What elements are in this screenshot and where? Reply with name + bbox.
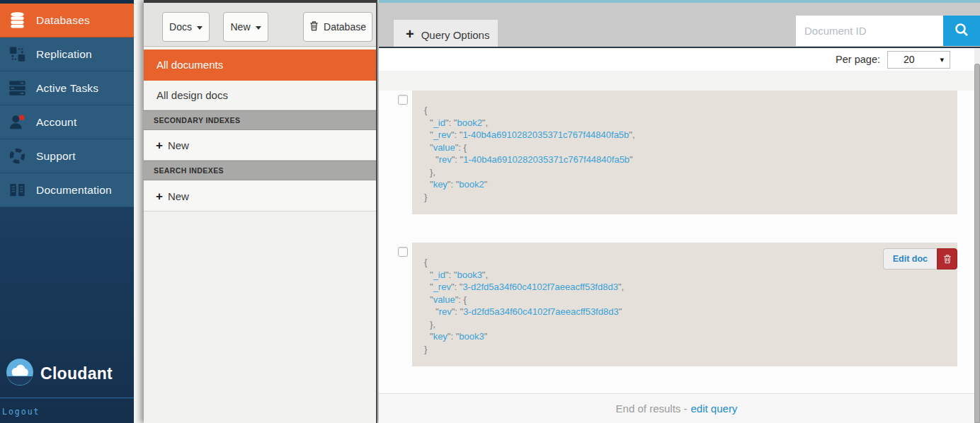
per-page-row: Per page: 20 ▾	[379, 48, 974, 71]
edit-doc-button[interactable]: Edit doc	[883, 248, 937, 270]
document-actions: Edit doc	[883, 248, 957, 270]
active-tasks-icon	[8, 79, 27, 98]
chevron-down-icon	[256, 26, 261, 30]
sidebar: Databases Replication	[0, 0, 134, 423]
sidebar-item-all-documents[interactable]: All documents	[144, 50, 376, 81]
document-card[interactable]: {"_id": "book3","_rev": "3-d2fd5a34f60c4…	[412, 243, 957, 366]
cloudant-logo-icon	[6, 358, 34, 389]
logout-link[interactable]: Logout	[2, 407, 40, 417]
trash-icon	[943, 254, 952, 264]
secondary-indexes-header: SECONDARY INDEXES	[144, 110, 376, 130]
delete-database-button[interactable]: Database	[303, 12, 372, 42]
sidebar-item-label: Support	[36, 150, 76, 163]
docs-panel-toolbar: Docs New Database	[144, 3, 376, 47]
chevron-down-icon: ▾	[940, 55, 944, 64]
documentation-icon	[8, 180, 27, 199]
document-checkbox[interactable]	[398, 95, 408, 105]
brand-name: Cloudant	[40, 364, 113, 383]
sidebar-item-label: Replication	[36, 48, 92, 61]
per-page-select[interactable]: 20 ▾	[887, 51, 950, 69]
document-checkbox[interactable]	[398, 247, 408, 257]
sidebar-item-replication[interactable]: Replication	[0, 37, 134, 71]
sidebar-item-documentation[interactable]: Documentation	[0, 173, 134, 207]
document-card[interactable]: {"_id": "book2","_rev": "1-40b4a69102820…	[412, 91, 957, 214]
account-icon	[8, 112, 27, 132]
per-page-label: Per page:	[836, 54, 880, 65]
query-options-tab[interactable]: + Query Options	[394, 20, 498, 50]
scrollbar-thumb[interactable]	[974, 64, 980, 423]
sidebar-item-all-design-docs[interactable]: All design docs	[144, 81, 376, 110]
sidebar-item-label: Active Tasks	[36, 82, 98, 95]
sidebar-item-support[interactable]: Support	[0, 139, 134, 173]
results-footer: End of results - edit query	[379, 393, 974, 423]
plus-icon: +	[156, 190, 163, 203]
sidebar-item-databases[interactable]: Databases	[0, 4, 134, 37]
plus-icon: +	[156, 139, 163, 152]
content-top-band	[379, 71, 974, 91]
document-id-search-input[interactable]	[796, 16, 943, 46]
sidebar-item-active-tasks[interactable]: Active Tasks	[0, 71, 134, 105]
support-icon	[8, 146, 27, 166]
search-button[interactable]	[943, 16, 980, 46]
search-indexes-header: SEARCH INDEXES	[144, 161, 376, 180]
chevron-down-icon	[197, 26, 203, 30]
new-search-index-button[interactable]: +New	[144, 181, 376, 212]
plus-icon: +	[406, 26, 414, 42]
sidebar-footer: Cloudant Logout	[0, 354, 134, 423]
sidebar-item-account[interactable]: Account	[0, 105, 134, 139]
vertical-scrollbar	[974, 48, 980, 423]
search-icon	[954, 22, 969, 40]
sidebar-nav: Databases Replication	[0, 4, 134, 207]
new-dropdown-button[interactable]: New	[223, 12, 268, 42]
sidebar-item-label: Account	[36, 116, 76, 129]
footer-divider	[0, 398, 134, 398]
sidebar-item-label: Databases	[36, 14, 90, 27]
main-content: + Query Options Per page: 20 ▾ {"_id": "…	[379, 0, 980, 423]
sidebar-item-label: Documentation	[36, 184, 112, 197]
end-of-results-text: End of results -	[616, 402, 688, 415]
edit-query-link[interactable]: edit query	[691, 402, 738, 415]
new-secondary-index-button[interactable]: +New	[144, 130, 376, 161]
databases-icon	[8, 11, 27, 30]
replication-icon	[8, 45, 27, 64]
delete-doc-button[interactable]	[937, 248, 957, 270]
docs-panel: Docs New Database All documents All desi…	[144, 0, 377, 423]
trash-icon	[309, 21, 319, 33]
docs-dropdown-button[interactable]: Docs	[162, 12, 210, 42]
